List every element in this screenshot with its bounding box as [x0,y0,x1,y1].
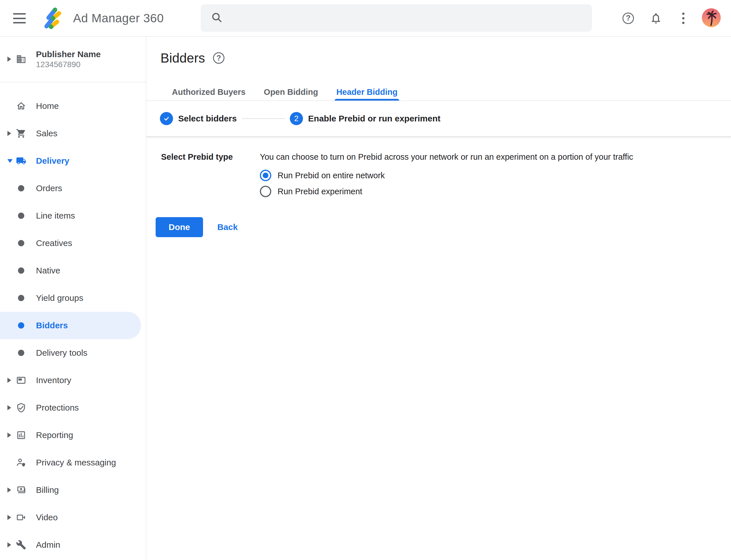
sidebar-item-privacy-messaging[interactable]: Privacy & messaging [0,449,146,476]
sidebar-item-yield-groups[interactable]: Yield groups [0,284,146,312]
page-help-icon[interactable] [213,52,225,64]
search-input[interactable] [231,9,592,27]
sidebar-item-delivery[interactable]: Delivery [0,147,146,175]
bar-chart-icon [16,430,26,440]
expand-caret-icon [7,433,11,438]
sidebar-item-delivery-tools[interactable]: Delivery tools [0,339,146,367]
menu-icon[interactable] [13,13,26,23]
bullet-icon [16,238,26,248]
person-shield-icon [16,457,26,468]
back-button[interactable]: Back [217,222,238,232]
expand-caret-icon [7,487,11,493]
step-number-badge: 2 [290,112,303,125]
bullet-icon [16,183,26,193]
done-button[interactable]: Done [156,217,203,237]
sidebar-item-protections[interactable]: Protections [0,394,146,421]
help-icon[interactable] [618,0,638,36]
tab-bar: Authorized Buyers Open Bidding Header Bi… [146,87,731,101]
publisher-name: Publisher Name [36,49,101,59]
building-icon [16,54,26,64]
bullet-icon [16,265,26,276]
step-connector [242,118,285,119]
sidebar-item-line-items[interactable]: Line items [0,202,146,229]
tab-header-bidding[interactable]: Header Bidding [337,87,397,101]
publisher-switcher[interactable]: Publisher Name 1234567890 [0,36,146,82]
radio-selected-icon[interactable] [260,170,271,181]
bullet-icon [16,293,26,303]
radio-unselected-icon[interactable] [260,186,271,197]
home-icon [16,101,26,111]
search-bar[interactable] [201,4,592,32]
sidebar-item-bidders[interactable]: Bidders [0,312,141,339]
collapse-caret-icon [7,159,13,163]
sidebar-item-native[interactable]: Native [0,257,146,284]
radio-run-prebid-experiment[interactable]: Run Prebid experiment [260,186,731,197]
sidebar-item-inventory[interactable]: Inventory [0,367,146,394]
page-title: Bidders [161,49,205,67]
bullet-icon [16,211,26,221]
sidebar-item-creatives[interactable]: Creatives [0,229,146,257]
main-content: Bidders Authorized Buyers Open Bidding H… [146,36,731,560]
more-vert-icon[interactable] [673,0,694,36]
sidebar-item-sales[interactable]: Sales [0,120,146,147]
radio-run-prebid-entire-network[interactable]: Run Prebid on entire network [260,170,731,181]
palm-tree-avatar[interactable] [702,8,721,27]
shield-check-icon [16,403,26,413]
sidebar-item-home[interactable]: Home [0,92,146,120]
tab-open-bidding[interactable]: Open Bidding [264,87,318,101]
tab-authorized-buyers[interactable]: Authorized Buyers [172,87,246,101]
form-actions: Done Back [156,217,731,237]
expand-caret-icon [7,378,11,383]
section-description: You can choose to turn on Prebid across … [260,152,731,162]
cart-icon [16,128,26,139]
app-name: Ad Manager 360 [73,0,164,36]
sidebar-item-reporting[interactable]: Reporting [0,421,146,449]
sidebar-item-video[interactable]: Video [0,504,146,531]
step-enable-prebid: 2 Enable Prebid or run experiment [290,112,440,125]
active-tab-indicator [335,99,399,101]
expand-caret-icon [7,542,11,547]
expand-caret-icon [7,57,11,62]
step-check-icon [160,112,173,125]
bullet-icon [16,320,26,331]
expand-caret-icon [7,131,11,136]
bullet-icon [16,348,26,358]
notifications-icon[interactable] [646,0,666,36]
publisher-id: 1234567890 [36,60,81,69]
search-icon [211,11,223,25]
expand-caret-icon [7,515,11,520]
setup-stepper: Select bidders 2 Enable Prebid or run ex… [146,101,731,137]
sidebar-item-admin[interactable]: Admin [0,531,146,559]
section-label: Select Prebid type [161,152,260,197]
sidebar-item-orders[interactable]: Orders [0,175,146,202]
ad-manager-app: Ad Manager 360 [0,0,731,560]
sidebar-item-billing[interactable]: Billing [0,476,146,504]
sidebar-nav: Publisher Name 1234567890 Home [0,36,146,560]
step-select-bidders[interactable]: Select bidders [160,112,237,125]
top-bar: Ad Manager 360 [0,0,731,37]
expand-caret-icon [7,405,11,410]
payments-icon [16,485,26,495]
prebid-type-section: Select Prebid type You can choose to tur… [161,152,731,197]
videocam-icon [16,512,26,523]
ad-manager-logo [41,6,65,30]
truck-icon [16,156,26,166]
inventory-icon [16,375,26,385]
wrench-icon [16,540,26,550]
